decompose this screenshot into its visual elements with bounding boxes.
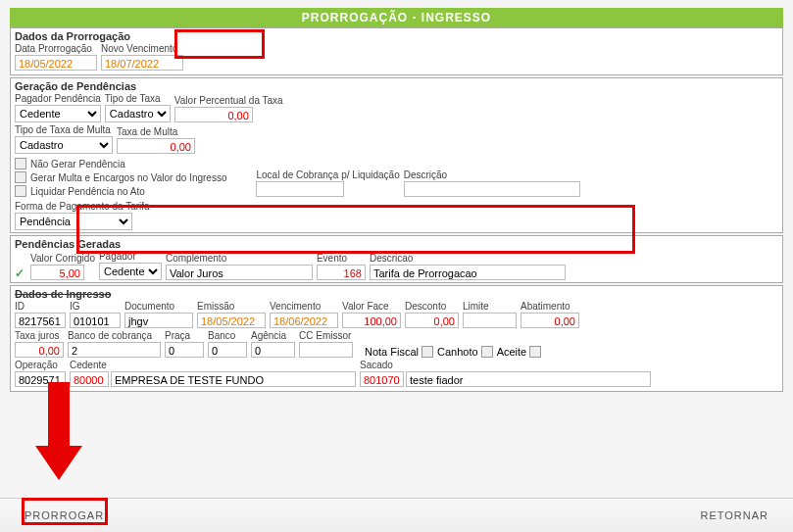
panel-geracao-pendencias: Geração de Pendências Pagador Pendência … [10, 77, 783, 233]
input-local-cobranca[interactable] [256, 181, 344, 197]
label-taxa-multa: Taxa de Multa [117, 126, 195, 138]
input-limite[interactable] [463, 313, 517, 328]
retornar-button[interactable]: RETORNAR [700, 509, 768, 521]
label-vencimento: Vencimento [270, 301, 338, 313]
label-data-prorrogacao: Data Prorrogação [15, 43, 97, 55]
input-id[interactable]: 8217561 [15, 313, 66, 328]
select-pagador-pg[interactable]: Cedente [99, 263, 162, 280]
input-desconto[interactable]: 0,00 [405, 313, 459, 328]
label-operacao: Operação [15, 360, 66, 371]
label-banco: Banco [208, 330, 247, 342]
prorrogar-button[interactable]: PRORROGAR [25, 509, 104, 521]
label-agencia: Agência [251, 330, 295, 342]
input-sacado-cod[interactable]: 801070 [360, 371, 404, 387]
input-data-prorrogacao[interactable]: 18/05/2022 [15, 55, 97, 71]
input-valor-face[interactable]: 100,00 [342, 313, 401, 328]
input-praca[interactable]: 0 [165, 342, 204, 358]
label-forma-pagamento: Forma de Pagamento da Tarifa [15, 201, 132, 213]
input-cedente-nome[interactable]: EMPRESA DE TESTE FUNDO [111, 371, 356, 387]
label-valor-face: Valor Face [342, 301, 401, 313]
checkbox-liquidar[interactable] [15, 185, 26, 197]
label-desconto: Desconto [405, 301, 459, 313]
label-abatimento: Abatimento [520, 301, 579, 313]
label-liquidar: Liquidar Pendência no Ato [30, 186, 145, 197]
label-evento: Evento [317, 253, 366, 265]
label-pagador-pendencia: Pagador Pendência [15, 93, 101, 105]
input-valor-percentual[interactable]: 0,00 [174, 107, 253, 122]
select-forma-pagamento[interactable]: Pendência [15, 213, 132, 230]
label-gerar-multa: Gerar Multa e Encargos no Valor do Ingre… [30, 172, 226, 183]
section-label: Geração de Pendências [15, 80, 778, 92]
input-banco[interactable]: 0 [208, 342, 247, 358]
label-aceite: Aceite [497, 346, 527, 358]
checkbox-nao-gerar[interactable] [15, 158, 26, 169]
input-valor-corrigido[interactable]: 5,00 [30, 265, 84, 280]
checkbox-aceite[interactable] [529, 346, 541, 358]
label-sacado: Sacado [360, 360, 651, 371]
input-taxa-juros[interactable]: 0,00 [15, 342, 64, 358]
input-complemento[interactable]: Valor Juros [166, 265, 313, 280]
label-id: ID [15, 301, 66, 313]
select-tipo-taxa-multa[interactable]: Cadastro [15, 136, 113, 154]
input-vencimento[interactable]: 18/06/2022 [270, 313, 338, 328]
input-taxa-multa[interactable]: 0,00 [117, 138, 195, 154]
input-cc-emissor[interactable] [299, 342, 353, 358]
label-valor-corrigido: Valor Corrigido [30, 253, 95, 265]
checkbox-nota-fiscal[interactable] [421, 346, 433, 358]
label-praca: Praça [165, 330, 204, 342]
select-pagador-pendencia[interactable]: Cedente [15, 105, 101, 122]
check-icon: ✓ [15, 266, 25, 280]
label-nota-fiscal: Nota Fiscal [365, 346, 419, 358]
input-evento[interactable]: 168 [317, 265, 366, 280]
input-sacado-nome[interactable]: teste fiador [406, 371, 651, 387]
input-banco-cobranca[interactable]: 2 [68, 342, 161, 358]
label-emissao: Emissão [197, 301, 266, 313]
label-nao-gerar: Não Gerar Pendência [30, 159, 125, 169]
label-ig: IG [70, 301, 121, 313]
input-ig[interactable]: 010101 [70, 313, 121, 328]
input-agencia[interactable]: 0 [251, 342, 295, 358]
input-descricao-pg[interactable]: Tarifa de Prorrogacao [370, 265, 566, 280]
section-label: Pendências Geradas [15, 238, 778, 250]
footer: PRORROGAR RETORNAR [0, 498, 793, 532]
label-cedente: Cedente [70, 360, 356, 371]
label-canhoto: Canhoto [437, 346, 478, 358]
input-descricao-gp[interactable] [404, 181, 580, 197]
label-tipo-taxa-multa: Tipo de Taxa de Multa [15, 124, 113, 136]
label-pagador-pg: Pagador [99, 251, 162, 263]
checkbox-gerar-multa[interactable] [15, 171, 26, 183]
section-label: Dados de Ingresso [15, 288, 778, 300]
panel-dados-prorrogacao: Dados da Prorrogação Data Prorrogação 18… [10, 27, 783, 75]
input-novo-vencimento[interactable]: 18/07/2022 [101, 55, 183, 71]
label-descricao-gp: Descrição [404, 169, 580, 181]
label-cc-emissor: CC Emissor [299, 330, 353, 342]
label-tipo-taxa: Tipo de Taxa [105, 93, 171, 105]
label-novo-vencimento: Novo Vencimento [101, 43, 183, 55]
label-limite: Limite [463, 301, 517, 313]
panel-dados-ingresso: Dados de Ingresso ID8217561 IG010101 Doc… [10, 285, 783, 392]
page-title: PRORROGAÇÃO - INGRESSO [10, 8, 783, 27]
arrow-icon [34, 382, 83, 490]
label-complemento: Complemento [166, 253, 313, 265]
input-documento[interactable]: jhgv [124, 313, 193, 328]
label-documento: Documento [124, 301, 193, 313]
panel-pendencias-geradas: Pendências Geradas ✓ Valor Corrigido 5,0… [10, 235, 783, 283]
label-local-cobranca: Local de Cobrança p/ Liquidação [256, 169, 399, 181]
label-taxa-juros: Taxa juros [15, 330, 64, 342]
input-abatimento[interactable]: 0,00 [520, 313, 579, 328]
checkbox-canhoto[interactable] [481, 346, 493, 358]
select-tipo-taxa[interactable]: Cadastro [105, 105, 171, 122]
label-banco-cobranca: Banco de cobrança [68, 330, 161, 342]
label-descricao-pg: Descricao [370, 253, 566, 265]
section-label: Dados da Prorrogação [15, 30, 778, 42]
input-emissao[interactable]: 18/05/2022 [197, 313, 266, 328]
label-valor-percentual: Valor Percentual da Taxa [174, 95, 283, 107]
